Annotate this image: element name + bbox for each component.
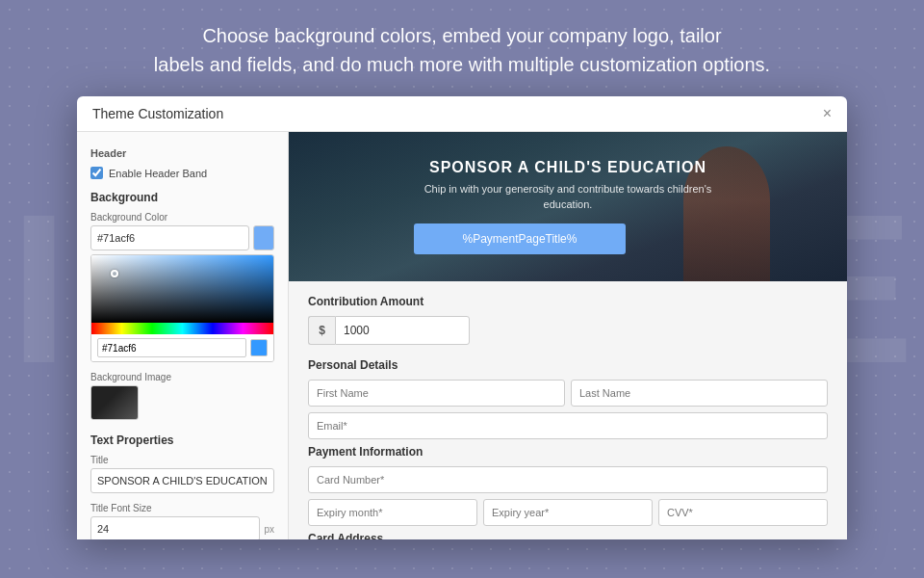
background-color-input-row [90,225,274,250]
modal-title: Theme Customization [92,106,223,121]
background-image-field: Background Image [90,372,274,420]
expiry-month-input[interactable] [308,499,477,526]
background-color-field: Background Color [90,212,274,362]
enable-header-band-label: Enable Header Band [109,168,207,179]
expiry-year-input[interactable] [483,499,653,526]
left-panel: Header Enable Header Band Background Bac… [77,132,289,539]
hero-title: SPONSOR A CHILD'S EDUCATION [414,159,722,176]
header-section-label: Header [90,147,274,159]
bg-letter-1: I [10,183,68,395]
background-color-label: Background Color [90,212,274,223]
headline-line1: Choose background colors, embed your com… [202,25,721,46]
background-image-label: Background Image [90,372,274,382]
modal-body: Header Enable Header Band Background Bac… [77,132,847,539]
contribution-amount-label: Contribution Amount [308,295,828,308]
personal-details-label: Personal Details [308,358,828,372]
background-image-preview[interactable] [90,385,139,420]
title-input[interactable] [90,468,274,493]
personal-name-row [308,380,828,407]
hero-tag-bar: %PaymentPageTitle% [414,223,626,254]
title-font-size-input[interactable] [90,516,260,539]
enable-header-band-checkbox[interactable] [90,167,103,179]
modal-close-button[interactable]: × [823,106,832,121]
hero-text: SPONSOR A CHILD'S EDUCATION Chip in with… [414,159,722,254]
contribution-row: $ [308,316,828,345]
card-number-input[interactable] [308,466,828,493]
cvv-input[interactable] [658,499,828,526]
picker-hex-input[interactable] [97,338,246,357]
modal-header: Theme Customization × [77,96,847,132]
title-font-size-field: Title Font Size px [90,503,274,539]
title-field: Title [90,455,274,493]
color-picker-bottom [91,334,273,361]
color-picker-box [90,254,274,362]
background-section-label: Background [90,191,274,204]
picker-swatch [250,339,268,356]
gradient-cursor [111,270,118,277]
first-name-input[interactable] [308,380,565,407]
title-font-size-label: Title Font Size [90,503,274,513]
title-font-size-unit: px [264,524,274,535]
email-input[interactable] [308,412,828,439]
headline: Choose background colors, embed your com… [0,0,924,96]
background-color-input[interactable] [90,225,249,250]
text-properties-label: Text Properties [90,434,274,447]
dollar-sign: $ [308,316,335,345]
last-name-input[interactable] [571,380,828,407]
title-font-size-row: px [90,516,274,539]
background-color-swatch[interactable] [253,225,274,250]
gradient-area[interactable] [91,255,273,323]
card-address-label: Card Address [308,532,828,539]
enable-header-band-row: Enable Header Band [90,167,274,179]
hue-bar[interactable] [91,323,273,334]
payment-information-label: Payment Information [308,445,828,459]
title-label: Title [90,455,274,465]
contribution-input[interactable] [335,316,470,345]
background-image-row [90,385,274,420]
payment-grid [308,499,828,526]
headline-line2: labels and fields, and do much more with… [154,54,770,75]
preview-form: Contribution Amount $ Personal Details P… [289,281,847,539]
right-panel: SPONSOR A CHILD'S EDUCATION Chip in with… [289,132,847,539]
text-properties-section: Text Properties Title Title Font Size px… [90,434,274,539]
theme-customization-modal: Theme Customization × Header Enable Head… [77,96,847,539]
preview-hero: SPONSOR A CHILD'S EDUCATION Chip in with… [289,132,847,281]
hero-subtitle: Chip in with your generosity and contrib… [414,182,722,212]
